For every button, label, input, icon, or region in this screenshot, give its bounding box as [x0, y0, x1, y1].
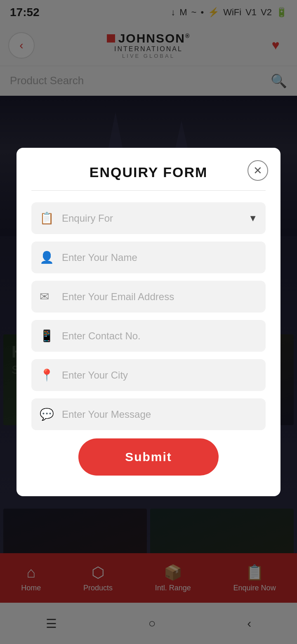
name-field: 👤 [31, 242, 266, 273]
phone-icon: 📱 [40, 329, 54, 343]
enquiry-modal: ✕ ENQUIRY FORM 📋 Enquiry For ▼ 👤 ✉ 📱 📍 [16, 148, 280, 496]
email-field: ✉ [31, 281, 266, 313]
enquiry-for-dropdown[interactable]: 📋 Enquiry For ▼ [31, 202, 266, 234]
city-input[interactable] [62, 369, 257, 381]
contact-field: 📱 [31, 320, 266, 352]
message-input[interactable] [62, 409, 257, 420]
message-icon: 💬 [40, 407, 54, 421]
contact-input[interactable] [62, 330, 257, 342]
enquiry-for-icon: 📋 [40, 211, 54, 225]
modal-divider [31, 190, 266, 191]
enquiry-for-text: Enquiry For [62, 213, 241, 224]
modal-overlay: ✕ ENQUIRY FORM 📋 Enquiry For ▼ 👤 ✉ 📱 📍 [0, 0, 297, 644]
message-field: 💬 [31, 398, 266, 430]
name-input[interactable] [62, 252, 257, 263]
person-icon: 👤 [40, 251, 54, 264]
chevron-down-icon: ▼ [248, 213, 257, 224]
close-modal-button[interactable]: ✕ [248, 160, 268, 181]
city-field: 📍 [31, 359, 266, 391]
location-icon: 📍 [40, 368, 54, 382]
email-icon: ✉ [40, 290, 54, 303]
modal-title: ENQUIRY FORM [31, 164, 266, 180]
close-icon: ✕ [253, 164, 262, 177]
email-input[interactable] [62, 291, 257, 303]
submit-button[interactable]: Submit [78, 438, 219, 476]
